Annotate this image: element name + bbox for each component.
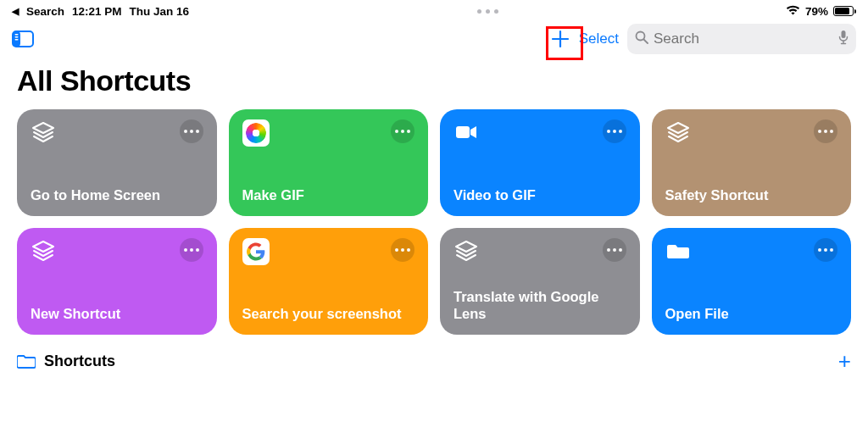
svg-rect-2	[15, 34, 19, 36]
select-button[interactable]: Select	[579, 31, 619, 47]
shortcut-card[interactable]: Open File	[652, 228, 852, 335]
folder-icon	[665, 238, 691, 264]
layers-icon	[31, 238, 56, 264]
video-icon	[453, 119, 479, 145]
card-label: New Shortcut	[31, 306, 203, 323]
svg-rect-7	[842, 31, 846, 38]
search-icon	[635, 31, 648, 47]
shortcuts-grid: Go to Home ScreenMake GIFVideo to GIFSaf…	[0, 109, 868, 335]
card-more-button[interactable]	[603, 238, 626, 262]
add-folder-button[interactable]: +	[838, 350, 851, 372]
add-shortcut-button[interactable]	[545, 24, 576, 54]
sidebar-toggle-icon[interactable]	[12, 31, 34, 47]
folder-row[interactable]: Shortcuts +	[0, 335, 868, 372]
shortcut-card[interactable]: New Shortcut	[17, 228, 217, 335]
photos-app-icon	[242, 119, 270, 147]
folder-label: Shortcuts	[44, 352, 115, 370]
shortcut-card[interactable]: Search your screenshot	[229, 228, 429, 335]
card-label: Translate with Google Lens	[453, 289, 626, 323]
card-more-button[interactable]	[603, 119, 626, 143]
layers-icon	[665, 119, 691, 145]
card-label: Video to GIF	[453, 187, 626, 204]
google-app-icon	[242, 238, 270, 265]
battery-icon	[833, 6, 856, 16]
card-label: Make GIF	[242, 187, 415, 204]
card-label: Open File	[665, 306, 838, 323]
card-more-button[interactable]	[180, 238, 203, 262]
battery-percentage: 79%	[805, 5, 828, 18]
status-bar: ◀ Search 12:21 PM Thu Jan 16 79%	[0, 0, 868, 19]
layers-icon	[453, 238, 479, 264]
svg-rect-10	[456, 126, 470, 138]
card-more-button[interactable]	[391, 238, 415, 262]
card-more-button[interactable]	[180, 119, 203, 143]
card-label: Go to Home Screen	[31, 187, 203, 204]
back-label[interactable]: Search	[26, 5, 64, 18]
card-label: Safety Shortcut	[665, 187, 838, 204]
folder-icon	[17, 353, 36, 369]
dictate-icon[interactable]	[838, 30, 849, 48]
multitask-dots-icon[interactable]	[477, 9, 498, 14]
shortcut-card[interactable]: Go to Home Screen	[17, 109, 217, 216]
card-more-button[interactable]	[814, 238, 837, 262]
search-input[interactable]	[654, 31, 833, 47]
search-field[interactable]	[627, 24, 856, 54]
shortcut-card[interactable]: Safety Shortcut	[652, 109, 852, 216]
page-title: All Shortcuts	[0, 59, 868, 109]
wifi-icon	[786, 5, 800, 18]
svg-line-6	[644, 40, 648, 44]
shortcut-card[interactable]: Translate with Google Lens	[440, 228, 640, 335]
status-time: 12:21 PM	[72, 5, 122, 18]
card-label: Search your screenshot	[242, 306, 415, 323]
shortcut-card[interactable]: Make GIF	[229, 109, 429, 216]
shortcut-card[interactable]: Video to GIF	[440, 109, 640, 216]
card-more-button[interactable]	[814, 119, 837, 143]
top-toolbar: Select	[0, 19, 868, 59]
svg-rect-4	[15, 39, 19, 41]
svg-rect-3	[15, 36, 19, 38]
layers-icon	[31, 119, 56, 145]
back-arrow-icon[interactable]: ◀	[12, 6, 19, 17]
status-date: Thu Jan 16	[130, 5, 190, 18]
card-more-button[interactable]	[391, 119, 415, 143]
